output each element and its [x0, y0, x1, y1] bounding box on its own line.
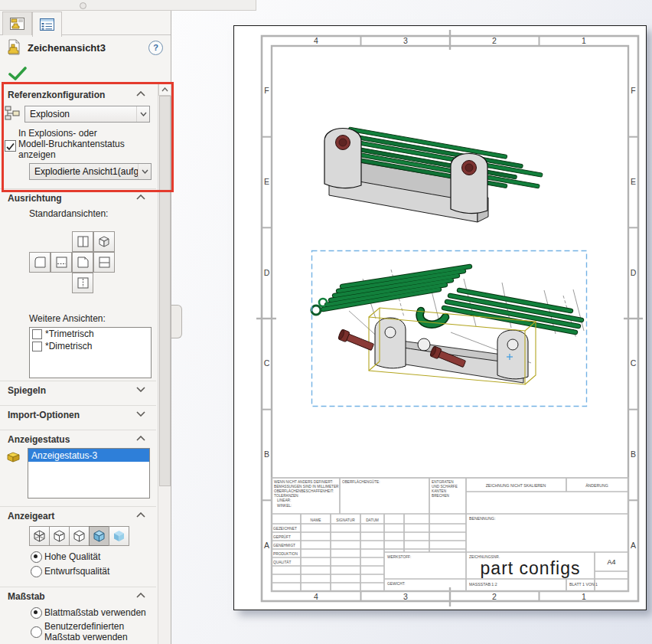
svg-text:UND SCHARFE: UND SCHARFE — [432, 485, 458, 489]
zone-row-left: F — [264, 86, 269, 95]
sheet-number-label: BLATT 1 VON 1 — [569, 582, 598, 587]
sheet-scale-radio[interactable] — [31, 607, 42, 619]
check-icon — [5, 142, 15, 152]
drawing-view-exploded[interactable] — [311, 251, 587, 407]
section-title: Ausrichtung — [8, 193, 62, 204]
view-left-button[interactable] — [29, 252, 51, 273]
view-front-button[interactable] — [72, 231, 93, 252]
svg-text:ENTGRATEN: ENTGRATEN — [432, 480, 454, 484]
svg-text:QUALITÄT: QUALITÄT — [273, 560, 292, 564]
show-exploded-state-checkbox[interactable] — [5, 140, 16, 152]
panel-grip-handle[interactable] — [80, 2, 86, 9]
view-back-button[interactable] — [72, 273, 93, 293]
svg-text:GEPRÜFT: GEPRÜFT — [273, 534, 291, 539]
exploded-view-dropdown[interactable]: Explodierte Ansicht1(aufg — [29, 163, 152, 180]
section-title: Referenzkonfiguration — [8, 90, 105, 100]
pin-left-center — [339, 139, 347, 146]
panel-scrollbar[interactable] — [158, 83, 171, 644]
titleblock-notes: WENN NICHT ANDERS DEFINIERT: BEMASSUNGEN… — [274, 480, 339, 508]
checkbox-label-line1: In Explosions- oder — [18, 128, 97, 139]
trimetrisch-checkbox[interactable] — [32, 329, 42, 339]
more-views-label: Weitere Ansichten: — [29, 313, 106, 324]
svg-text:GEZEICHNET: GEZEICHNET — [273, 527, 297, 531]
checkbox-label-line2: Modell-Bruchkantenstatus — [18, 139, 125, 149]
section-title: Anzeigestatus — [8, 434, 70, 445]
drawing-sheet[interactable]: 4 3 2 1 4 3 2 1 F E D C B A F E D — [233, 25, 647, 610]
style-shaded-button[interactable] — [109, 526, 129, 546]
paper-size: A4 — [607, 558, 615, 566]
high-quality-radio[interactable] — [31, 551, 42, 563]
chevron-up-icon — [136, 512, 145, 518]
ok-checkmark[interactable] — [8, 67, 27, 83]
zone-col-bottom: 2 — [492, 592, 497, 601]
zone-row-right: C — [631, 358, 637, 368]
drawing-title: part configs — [481, 558, 581, 578]
zone-col-bottom: 3 — [403, 592, 408, 601]
panel-collapse-flap[interactable] — [171, 305, 182, 338]
view-right-button[interactable] — [72, 252, 93, 273]
style-wireframe-button[interactable] — [29, 526, 50, 546]
drawing-view-icon — [6, 39, 21, 59]
scrollbar-thumb[interactable] — [159, 96, 171, 486]
help-icon[interactable]: ? — [148, 41, 163, 55]
scrollbar-up-arrow[interactable] — [158, 83, 171, 96]
panel-title: Zeichenansicht3 — [28, 42, 106, 54]
sheet-scale-label: Blattmaßstab verwenden — [44, 607, 146, 618]
svg-text:PRODUKTION: PRODUKTION — [273, 552, 298, 556]
display-state-listbox: Anzeigestatus-3 — [28, 448, 150, 499]
style-shaded-with-edges-button[interactable] — [89, 526, 109, 546]
section-header-import-optionen[interactable]: Import-Optionen — [0, 405, 156, 421]
section-header-massstab[interactable]: Maßstab — [0, 587, 156, 603]
view-isometric-button[interactable] — [93, 231, 115, 252]
section-header-anzeigestatus[interactable]: Anzeigestatus — [0, 430, 156, 446]
svg-text:WENN NICHT ANDERS DEFINIERT:: WENN NICHT ANDERS DEFINIERT: — [274, 480, 333, 484]
custom-scale-radio[interactable] — [31, 626, 42, 638]
zone-row-right: E — [631, 177, 636, 186]
section-title: Spiegeln — [8, 385, 46, 396]
zone-row-right: B — [631, 449, 636, 459]
part-yellow-icon — [5, 450, 21, 466]
title-block: WENN NICHT ANDERS DEFINIERT: BEMASSUNGEN… — [272, 478, 628, 591]
zone-row-left: C — [264, 358, 270, 368]
property-manager-panel: Zeichenansicht3 ? Referenzkonfiguration … — [0, 0, 171, 644]
draft-quality-radio[interactable] — [31, 566, 42, 577]
benennung-label: BENENNUNG: — [469, 516, 496, 521]
zone-col-bottom: 4 — [314, 592, 318, 601]
configuration-dropdown[interactable]: Explosion — [24, 106, 150, 123]
section-header-anzeigeart[interactable]: Anzeigeart — [0, 506, 156, 522]
svg-text:LINEAR:: LINEAR: — [277, 499, 291, 502]
dimetrisch-checkbox[interactable] — [32, 342, 42, 351]
sheet-svg: 4 3 2 1 4 3 2 1 F E D C B A F E D — [234, 26, 646, 610]
feature-manager-icon — [10, 18, 24, 30]
zone-col-top: 2 — [492, 36, 497, 45]
exploded-view-value: Explodierte Ansicht1(aufg — [30, 166, 138, 177]
pin-right-center — [465, 164, 473, 172]
drawing-view-assembled[interactable] — [324, 127, 543, 222]
hex-keys-right[interactable] — [444, 290, 582, 332]
checkbox-label-line3: anzeigen — [18, 149, 56, 160]
list-item-trimetrisch[interactable]: *Trimetrisch — [30, 328, 151, 340]
tab-feature-manager[interactable] — [2, 11, 32, 35]
list-item-label: *Dimetrisch — [45, 341, 92, 351]
signature-columns: NAME SIGNATUR DATUM — [311, 518, 379, 522]
green-check-icon — [8, 67, 27, 80]
zone-row-right: D — [631, 268, 637, 277]
key-ring — [319, 299, 327, 306]
bracket-hole-right — [507, 339, 518, 350]
view-section-button[interactable] — [51, 252, 72, 273]
panel-top-strip[interactable] — [0, 0, 256, 11]
zone-row-left: B — [264, 449, 269, 459]
view-bottom-button[interactable] — [93, 252, 115, 273]
section-header-ausrichtung[interactable]: Ausrichtung — [0, 188, 156, 204]
list-item-dimetrisch[interactable]: *Dimetrisch — [30, 340, 151, 352]
key-ring — [311, 306, 321, 315]
display-state-item-selected[interactable]: Anzeigestatus-3 — [28, 449, 149, 462]
graphics-area[interactable]: 4 3 2 1 4 3 2 1 F E D C B A F E D — [171, 0, 652, 644]
style-hidden-lines-removed-button[interactable] — [69, 526, 90, 546]
tab-property-manager[interactable] — [32, 11, 62, 37]
section-header-referenzkonfiguration[interactable]: Referenzkonfiguration — [0, 86, 156, 101]
zone-col-top: 3 — [403, 36, 408, 45]
chevron-down-icon — [136, 411, 145, 417]
section-header-spiegeln[interactable]: Spiegeln — [0, 381, 156, 397]
style-hidden-lines-visible-button[interactable] — [49, 526, 70, 546]
